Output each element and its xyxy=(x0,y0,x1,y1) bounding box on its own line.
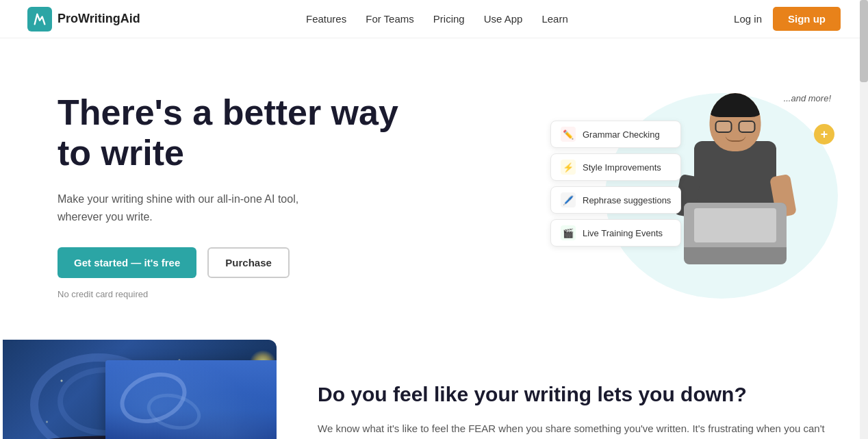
signup-button[interactable]: Sign up xyxy=(773,7,841,31)
nav-link-use-app[interactable]: Use App xyxy=(484,13,523,25)
feature-card-style: ⚡ Style Improvements xyxy=(550,153,681,181)
section2: My idea in my head Do you feel like your… xyxy=(3,340,865,439)
section2-right: Do you feel like your writing lets you d… xyxy=(318,340,838,439)
hero-left: There's a better way to write Make your … xyxy=(58,92,413,300)
hero-subtitle: Make your writing shine with our all-in-… xyxy=(58,190,345,225)
style-label: Style Improvements xyxy=(583,162,661,173)
section2-image: My idea in my head xyxy=(3,340,277,439)
person-head xyxy=(710,93,761,151)
login-button[interactable]: Log in xyxy=(734,13,762,25)
logo-text: ProWritingAid xyxy=(58,12,140,26)
feature-card-rephrase: 🖊️ Rephrase suggestions xyxy=(550,186,681,214)
hero-person xyxy=(660,86,810,305)
training-icon: 🎬 xyxy=(561,225,576,240)
section2-title: Do you feel like your writing lets you d… xyxy=(318,381,838,407)
logo-icon xyxy=(27,7,52,32)
nav-links: Features For Teams Pricing Use App Learn xyxy=(306,13,568,25)
second-painting xyxy=(105,360,277,439)
scrollbar-thumb[interactable] xyxy=(860,0,868,82)
section2-text: We know what it's like to feel the FEAR … xyxy=(318,420,838,439)
scrollbar[interactable] xyxy=(860,0,868,439)
rephrase-label: Rephrase suggestions xyxy=(583,195,671,205)
nav-link-for-teams[interactable]: For Teams xyxy=(366,13,414,25)
nav-link-pricing[interactable]: Pricing xyxy=(433,13,465,25)
nav-link-features[interactable]: Features xyxy=(306,13,346,25)
nav-actions: Log in Sign up xyxy=(734,7,841,31)
rephrase-icon: 🖊️ xyxy=(561,192,576,208)
hero-note: No credit card required xyxy=(58,289,413,299)
person-laptop xyxy=(684,203,787,264)
grammar-icon: ✏️ xyxy=(561,127,576,142)
hero-illustration: ...and more! + ✏️ Grammar Checking ⚡ Sty… xyxy=(550,79,838,312)
nav-link-learn[interactable]: Learn xyxy=(541,13,567,25)
hero-section: There's a better way to write Make your … xyxy=(3,38,865,340)
hero-title: There's a better way to write xyxy=(58,92,413,175)
navbar: ProWritingAid Features For Teams Pricing… xyxy=(0,0,868,38)
training-label: Live Training Events xyxy=(583,228,663,238)
feature-card-grammar: ✏️ Grammar Checking xyxy=(550,121,681,148)
grammar-label: Grammar Checking xyxy=(583,129,660,140)
logo-link[interactable]: ProWritingAid xyxy=(27,7,140,32)
get-started-button[interactable]: Get started — it's free xyxy=(58,247,196,278)
plus-icon: + xyxy=(814,124,834,145)
feature-cards: ✏️ Grammar Checking ⚡ Style Improvements… xyxy=(550,121,681,247)
hero-buttons: Get started — it's free Purchase xyxy=(58,247,413,278)
feature-card-training: 🎬 Live Training Events xyxy=(550,219,681,247)
style-icon: ⚡ xyxy=(561,160,576,175)
purchase-button[interactable]: Purchase xyxy=(207,247,290,278)
